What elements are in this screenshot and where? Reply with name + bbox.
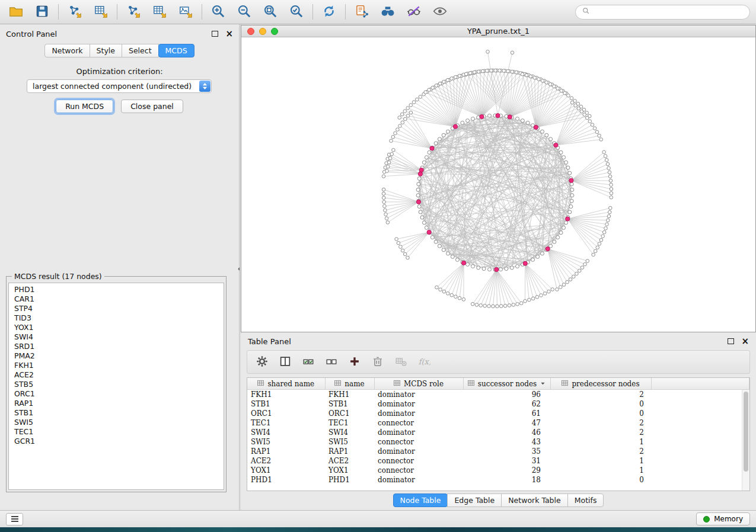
close-table-panel-icon[interactable]: × [741, 337, 749, 346]
cell-successor-nodes[interactable]: 62 [463, 399, 550, 409]
cell-mcds-role[interactable]: dominator [374, 475, 463, 485]
panel-menu-button[interactable] [6, 513, 23, 525]
mcds-result-item[interactable]: GCR1 [14, 437, 224, 446]
close-window-icon[interactable] [247, 28, 254, 35]
cell-successor-nodes[interactable]: 96 [463, 390, 550, 400]
mcds-result-item[interactable]: SRD1 [14, 342, 224, 351]
zoom-fit-content-button[interactable] [260, 3, 280, 21]
tab-network[interactable]: Network [44, 44, 90, 57]
column-header-predecessor-nodes[interactable]: predecessor nodes [550, 378, 651, 390]
table-scrollbar-thumb[interactable] [744, 392, 748, 472]
export-network-button[interactable] [123, 3, 143, 21]
table-row[interactable]: PHD1PHD1dominator180 [247, 475, 749, 485]
cell-mcds-role[interactable]: connector [374, 456, 463, 466]
hide-selected-button[interactable] [404, 3, 424, 21]
save-session-button[interactable] [32, 3, 52, 21]
cell-shared-name[interactable]: SWI4 [247, 428, 325, 437]
cell-shared-name[interactable]: SWI5 [247, 437, 325, 447]
tab-edge-table[interactable]: Edge Table [447, 493, 502, 507]
tab-motifs[interactable]: Motifs [567, 493, 604, 507]
cell-predecessor-nodes[interactable]: 0 [550, 475, 651, 485]
cell-name[interactable]: TEC1 [325, 418, 374, 428]
zoom-in-button[interactable] [208, 3, 228, 21]
mcds-result-item[interactable]: CAR1 [14, 294, 224, 304]
network-window-titlebar[interactable]: YPA_prune.txt_1 [241, 25, 755, 37]
clone-network-button[interactable] [352, 3, 372, 21]
cell-mcds-role[interactable]: connector [374, 418, 463, 428]
table-mode-button[interactable] [256, 355, 269, 370]
cell-predecessor-nodes[interactable]: 2 [550, 428, 651, 437]
show-columns-button[interactable] [279, 355, 292, 370]
cell-successor-nodes[interactable]: 43 [463, 437, 550, 447]
tab-network-table[interactable]: Network Table [501, 493, 568, 507]
cell-shared-name[interactable]: ACE2 [247, 456, 325, 466]
cell-predecessor-nodes[interactable]: 1 [550, 466, 651, 475]
import-network-from-file-button[interactable] [65, 3, 85, 21]
cell-successor-nodes[interactable]: 18 [463, 475, 550, 485]
cell-successor-nodes[interactable]: 47 [463, 418, 550, 428]
cell-shared-name[interactable]: PHD1 [247, 475, 325, 485]
cell-shared-name[interactable]: STB1 [247, 399, 325, 409]
cell-successor-nodes[interactable]: 46 [463, 428, 550, 437]
zoom-out-button[interactable] [234, 3, 254, 21]
open-file-button[interactable] [6, 3, 26, 21]
tab-node-table[interactable]: Node Table [393, 493, 448, 507]
cell-name[interactable]: ORC1 [325, 409, 374, 418]
cell-name[interactable]: SWI4 [325, 428, 374, 437]
table-row[interactable]: TEC1TEC1connector472 [247, 418, 749, 428]
table-row[interactable]: ACE2ACE2connector311 [247, 456, 749, 466]
tab-select[interactable]: Select [122, 44, 159, 57]
table-row[interactable]: SWI5SWI5connector431 [247, 437, 749, 447]
column-header-MCDS-role[interactable]: MCDS role [374, 378, 463, 390]
zoom-selected-button[interactable] [286, 3, 307, 21]
select-all-rows-button[interactable] [302, 355, 315, 370]
cell-predecessor-nodes[interactable]: 1 [550, 456, 651, 466]
mcds-result-item[interactable]: PMA2 [14, 351, 224, 361]
export-table-button[interactable] [149, 3, 170, 21]
float-panel-icon[interactable] [212, 31, 218, 37]
cell-shared-name[interactable]: RAP1 [247, 447, 325, 456]
cell-mcds-role[interactable]: dominator [374, 447, 463, 456]
cell-shared-name[interactable]: TEC1 [247, 418, 325, 428]
minimize-window-icon[interactable] [259, 28, 266, 35]
cell-successor-nodes[interactable]: 35 [463, 447, 550, 456]
export-image-button[interactable] [176, 3, 196, 21]
search-network-button[interactable] [378, 3, 398, 21]
mcds-result-item[interactable]: ORC1 [14, 389, 224, 399]
mcds-result-item[interactable]: FKH1 [14, 361, 224, 370]
close-panel-icon[interactable]: × [225, 30, 233, 39]
cell-predecessor-nodes[interactable]: 0 [550, 409, 651, 418]
memory-button[interactable]: Memory [696, 512, 750, 525]
mcds-result-item[interactable]: TEC1 [14, 427, 224, 437]
deselect-all-rows-button[interactable] [325, 355, 338, 370]
cell-name[interactable]: SWI5 [325, 437, 374, 447]
delete-columns-button[interactable] [371, 355, 384, 370]
import-table-from-file-button[interactable] [91, 3, 111, 21]
mcds-result-item[interactable]: RAP1 [14, 399, 224, 408]
table-row[interactable]: ORC1ORC1dominator610 [247, 409, 749, 418]
cell-name[interactable]: STB1 [325, 399, 374, 409]
column-header-name[interactable]: name [325, 378, 374, 390]
cell-shared-name[interactable]: YOX1 [247, 466, 325, 475]
cell-mcds-role[interactable]: dominator [374, 399, 463, 409]
mcds-result-item[interactable]: SWI5 [14, 418, 224, 427]
apply-preferred-layout-button[interactable] [319, 3, 339, 21]
create-column-button[interactable] [348, 355, 361, 370]
tab-style[interactable]: Style [90, 44, 122, 57]
cell-successor-nodes[interactable]: 31 [463, 456, 550, 466]
table-row[interactable]: SWI4SWI4dominator462 [247, 428, 749, 437]
cell-successor-nodes[interactable]: 61 [463, 409, 550, 418]
mcds-result-item[interactable]: YOX1 [14, 323, 224, 332]
cell-mcds-role[interactable]: dominator [374, 409, 463, 418]
mcds-result-item[interactable]: STB5 [14, 380, 224, 389]
cell-predecessor-nodes[interactable]: 2 [550, 390, 651, 400]
search-input[interactable] [594, 7, 744, 17]
cell-name[interactable]: YOX1 [325, 466, 374, 475]
table-row[interactable]: YOX1YOX1connector291 [247, 466, 749, 475]
maximize-window-icon[interactable] [271, 28, 278, 35]
cell-predecessor-nodes[interactable]: 2 [550, 447, 651, 456]
table-scrollbar[interactable] [742, 390, 749, 491]
table-row[interactable]: RAP1RAP1dominator352 [247, 447, 749, 456]
mcds-result-list[interactable]: PHD1CAR1STP4TID3YOX1SWI4SRD1PMA2FKH1ACE2… [8, 283, 224, 490]
cell-mcds-role[interactable]: dominator [374, 390, 463, 400]
